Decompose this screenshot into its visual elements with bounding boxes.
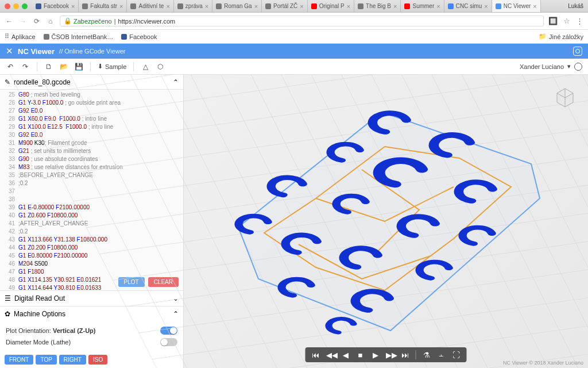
- user-dropdown-icon[interactable]: ▾: [567, 63, 571, 70]
- 3d-viewer[interactable]: ⏮ ◀◀ ◀ ■ ▶ ▶▶ ⏭ ⚗ ⫠ ⛶ NC Viewer © 2018 X…: [184, 75, 588, 368]
- sample-button[interactable]: ⬇ Sample: [98, 63, 126, 70]
- stop-icon[interactable]: ■: [356, 351, 365, 359]
- step-fwd-icon[interactable]: ▶▶: [386, 351, 395, 359]
- redo-icon[interactable]: ↷: [21, 63, 30, 71]
- lock-icon: 🔒 Zabezpečeno: [64, 17, 112, 25]
- measure-icon[interactable]: ⫠: [437, 351, 446, 359]
- open-folder-icon[interactable]: 📂: [59, 63, 68, 71]
- browser-tab[interactable]: Facebook×: [32, 0, 79, 12]
- gear-small-icon: ✿: [5, 310, 10, 318]
- new-file-icon[interactable]: 🗋: [44, 63, 53, 71]
- bookmarks-bar: ⠿ Aplikace ČSOB InternetBank… Facebook 📁…: [0, 30, 588, 44]
- app-title: NC Viewer: [18, 47, 55, 56]
- window-controls: [0, 3, 32, 9]
- browser-user-label: Lukáš: [563, 3, 588, 9]
- browser-tab[interactable]: Fakulta str×: [79, 0, 127, 12]
- undo-icon[interactable]: ↶: [6, 63, 15, 71]
- rewind-icon[interactable]: ◀◀: [326, 351, 335, 359]
- footer-credit: NC Viewer © 2018 Xander Luciano: [503, 360, 583, 366]
- other-bookmarks[interactable]: 📁 Jiné záložky: [539, 33, 583, 40]
- view-top-button[interactable]: TOP: [36, 355, 56, 365]
- view-front-button[interactable]: FRONT: [5, 355, 33, 365]
- url-input[interactable]: 🔒 Zabezpečeno | https://ncviewer.com: [60, 16, 544, 26]
- diameter-mode-label: Diameter Mode (Lathe): [6, 339, 71, 346]
- skip-start-icon[interactable]: ⏮: [311, 351, 320, 359]
- playback-controls: ⏮ ◀◀ ◀ ■ ▶ ▶▶ ⏭ ⚗ ⫠ ⛶: [305, 347, 467, 362]
- close-app-icon[interactable]: ✕: [6, 46, 13, 56]
- browser-tab[interactable]: Summer×: [401, 0, 444, 12]
- close-window-icon[interactable]: [5, 3, 10, 9]
- browser-tab[interactable]: Aditivní te×: [127, 0, 173, 12]
- browser-tab[interactable]: Original P×: [308, 0, 354, 12]
- app-toolbar: ↶ ↷ 🗋 📂 💾 ⬇ Sample △ ⬡ Xander Luciano ▾: [0, 59, 588, 75]
- star-icon[interactable]: ☆: [563, 17, 570, 25]
- browser-tab[interactable]: zpráva×: [174, 0, 212, 12]
- instagram-icon[interactable]: [573, 47, 582, 56]
- google-drive-icon[interactable]: △: [141, 63, 150, 71]
- gcode-plot: [201, 101, 568, 342]
- play-icon[interactable]: ▶: [371, 351, 380, 359]
- view-iso-button[interactable]: ISO: [88, 355, 107, 365]
- user-name[interactable]: Xander Luciano: [520, 63, 564, 70]
- tool-icon[interactable]: ⚗: [422, 351, 431, 359]
- browser-tab-bar: Facebook×Fakulta str×Aditivní te×zpráva×…: [0, 0, 588, 13]
- facebook-bookmark[interactable]: Facebook: [121, 33, 157, 40]
- home-icon[interactable]: ⌂: [46, 17, 55, 25]
- address-bar: ← → ⟳ ⌂ 🔒 Zabezpečeno | https://ncviewer…: [0, 13, 588, 30]
- list-icon: ☰: [5, 294, 11, 302]
- maximize-window-icon[interactable]: [22, 3, 28, 9]
- save-icon[interactable]: 💾: [74, 63, 83, 71]
- browser-tab[interactable]: The Big B×: [354, 0, 401, 12]
- view-cube[interactable]: [554, 86, 577, 109]
- plot-orientation-label: Plot Orientation: Vertical (Z-Up): [6, 327, 96, 334]
- view-right-button[interactable]: RIGHT: [59, 355, 86, 365]
- browser-tab[interactable]: CNC simu×: [444, 0, 492, 12]
- csob-bookmark[interactable]: ČSOB InternetBank…: [44, 33, 114, 40]
- url-text: https://ncviewer.com: [118, 18, 176, 25]
- gear-icon[interactable]: [574, 63, 582, 71]
- back-icon[interactable]: ←: [5, 17, 14, 25]
- dropbox-icon[interactable]: ⬡: [156, 63, 165, 71]
- media-icon[interactable]: 🔲: [548, 17, 558, 25]
- fullscreen-icon[interactable]: ⛶: [452, 351, 461, 359]
- apps-bookmark[interactable]: ⠿ Aplikace: [5, 33, 36, 40]
- step-back-icon[interactable]: ◀: [341, 351, 350, 359]
- app-subtitle: // Online GCode Viewer: [59, 48, 125, 55]
- app-header: ✕ NC Viewer // Online GCode Viewer: [0, 44, 588, 59]
- skip-end-icon[interactable]: ⏭: [401, 351, 410, 359]
- menu-icon[interactable]: ⋮: [576, 17, 583, 25]
- edit-icon[interactable]: ✎: [5, 78, 10, 86]
- forward-icon[interactable]: →: [18, 17, 28, 25]
- minimize-window-icon[interactable]: [13, 3, 19, 9]
- browser-tab[interactable]: NC Viewer×: [492, 0, 541, 12]
- browser-tab[interactable]: Portál ZČ×: [262, 0, 308, 12]
- browser-tab[interactable]: Roman Ga×: [212, 0, 262, 12]
- reload-icon[interactable]: ⟳: [32, 17, 41, 25]
